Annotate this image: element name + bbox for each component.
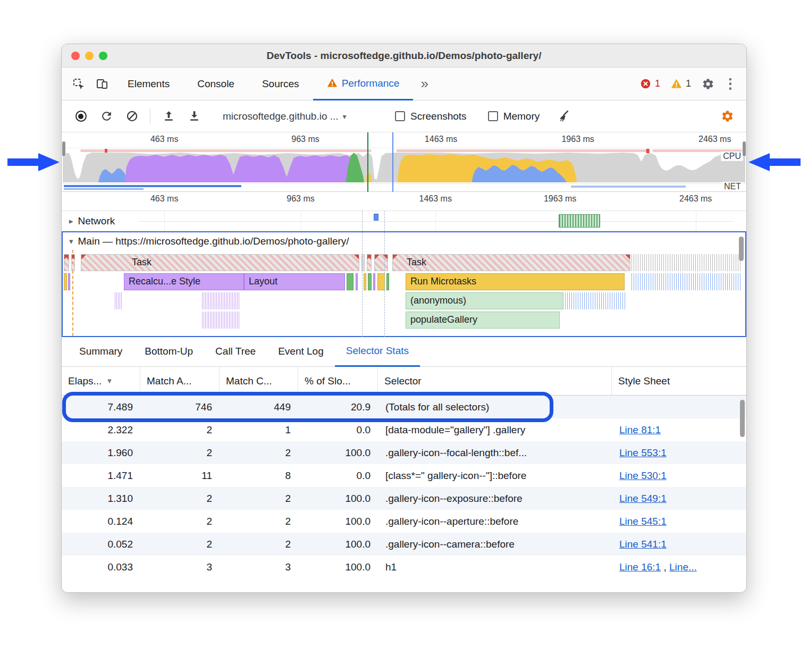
load-profile-button[interactable] <box>157 105 180 128</box>
table-row[interactable]: 0.03333100.0h1Line 16:1 , Line... <box>62 556 746 578</box>
script-fragment[interactable] <box>364 273 366 290</box>
script-fragment[interactable] <box>377 273 385 290</box>
script-fragment[interactable] <box>64 273 67 290</box>
error-badge[interactable]: 1 <box>635 78 666 89</box>
screenshots-checkbox[interactable]: Screenshots <box>395 111 467 122</box>
kebab-menu-button[interactable]: ⋮ <box>720 72 741 96</box>
table-row[interactable]: 0.05222100.0.gallery-icon--camera::befor… <box>62 533 746 556</box>
match-count-cell: 2 <box>220 510 298 533</box>
main-track-label: Main — https://microsoftedge.github.io/D… <box>78 236 349 247</box>
column-header-match-attempts[interactable]: Match A... <box>140 367 220 395</box>
stylesheet-link[interactable]: Line 530:1 <box>619 470 667 481</box>
tab-selector-stats[interactable]: Selector Stats <box>335 337 420 367</box>
stylesheet-link[interactable]: Line 81:1 <box>619 424 661 435</box>
timeline-overview[interactable]: 463 ms 963 ms 1463 ms 1963 ms 2463 ms <box>62 132 746 192</box>
table-scrollbar-thumb[interactable] <box>740 400 745 437</box>
table-row[interactable]: 7.48974644920.9(Totals for all selectors… <box>62 396 746 418</box>
stylesheet-link[interactable]: Line 541:1 <box>619 539 667 550</box>
tab-event-log[interactable]: Event Log <box>267 337 335 367</box>
paint-fragment[interactable] <box>386 273 389 290</box>
recalculate-style-bar[interactable]: Recalcu...e Style <box>124 273 244 290</box>
column-header-selector[interactable]: Selector <box>378 367 612 395</box>
render-fragment[interactable] <box>356 273 358 290</box>
task-fragment[interactable] <box>374 254 388 271</box>
layout-bar[interactable]: Layout <box>244 273 345 290</box>
column-header-slow-path[interactable]: % of Slo... <box>298 367 378 395</box>
bottom-panel: Summary Bottom-Up Call Tree Event Log Se… <box>62 337 746 578</box>
memory-checkbox[interactable]: Memory <box>488 111 540 122</box>
paint-fragment[interactable] <box>347 273 354 290</box>
warning-badge[interactable]: 1 <box>666 78 696 89</box>
more-tabs-button[interactable]: » <box>413 75 435 92</box>
stylesheet-link[interactable]: Line 16:1 <box>619 561 661 573</box>
table-row[interactable]: 2.322210.0[data-module="gallery"] .galle… <box>62 418 746 441</box>
reload-and-record-button[interactable] <box>95 105 118 128</box>
network-request-marker[interactable] <box>374 214 378 221</box>
paint-fragment[interactable] <box>368 273 372 290</box>
column-header-match-count[interactable]: Match C... <box>220 367 298 395</box>
tab-summary[interactable]: Summary <box>68 337 133 367</box>
timeline-scrollbar-thumb[interactable] <box>739 237 744 261</box>
overview-left-handle[interactable] <box>62 141 66 157</box>
close-window-button[interactable] <box>71 52 80 60</box>
tab-performance[interactable]: Performance <box>313 68 414 100</box>
run-microtasks-bar[interactable]: Run Microtasks <box>406 273 625 290</box>
clear-button[interactable] <box>120 105 144 128</box>
fullscreen-window-button[interactable] <box>99 52 107 60</box>
style-stripes[interactable] <box>115 292 122 309</box>
long-task-bar[interactable]: Task <box>392 254 630 271</box>
anonymous-function-bar[interactable]: (anonymous) <box>406 292 563 309</box>
tab-elements[interactable]: Elements <box>114 68 183 100</box>
settings-button[interactable] <box>696 72 720 96</box>
task-fragment[interactable] <box>64 254 69 271</box>
table-row[interactable]: 1.96022100.0.gallery-icon--focal-length:… <box>62 441 746 464</box>
marker-dashed-line <box>384 211 385 337</box>
cpu-overview-chart[interactable]: CPU <box>62 148 746 183</box>
overview-right-handle[interactable] <box>742 141 746 157</box>
network-request-bar[interactable] <box>559 214 600 228</box>
stylesheet-link[interactable]: Line 545:1 <box>619 516 667 527</box>
save-profile-button[interactable] <box>182 105 206 128</box>
stylesheet-link[interactable]: Line 549:1 <box>619 493 667 504</box>
stylesheet-link[interactable]: Line 553:1 <box>619 447 667 458</box>
capture-settings-button[interactable] <box>716 105 739 128</box>
render-fragment[interactable] <box>68 273 70 290</box>
profile-select[interactable]: microsoftedge.github.io ... ▾ <box>208 111 383 122</box>
main-thread-track[interactable]: ▾ Main — https://microsoftedge.github.io… <box>62 231 746 337</box>
populate-gallery-bar[interactable]: populateGallery <box>406 312 560 329</box>
tab-call-tree[interactable]: Call Tree <box>204 337 267 367</box>
slow-path-pct-cell: 100.0 <box>298 441 378 464</box>
dense-task-stripes[interactable] <box>632 254 740 271</box>
flame-chart[interactable]: Task Task Recalcu...e Style Layout Run M… <box>63 250 745 336</box>
task-fragment[interactable] <box>367 254 372 271</box>
inspect-element-button[interactable] <box>67 72 90 96</box>
tab-console[interactable]: Console <box>183 68 248 100</box>
device-toolbar-button[interactable] <box>90 72 114 96</box>
dense-script-stripes[interactable] <box>565 292 626 309</box>
table-row[interactable]: 1.4711180.0[class*=" gallery-icon--"]::b… <box>62 464 746 487</box>
render-fragment[interactable] <box>373 273 375 290</box>
playhead-marker[interactable] <box>367 132 368 192</box>
style-stripes[interactable] <box>202 312 239 329</box>
record-button[interactable] <box>69 105 92 128</box>
style-stripes[interactable] <box>202 292 239 309</box>
selection-edge-marker[interactable] <box>392 132 393 192</box>
table-row[interactable]: 1.31022100.0.gallery-icon--exposure::bef… <box>62 487 746 510</box>
collect-garbage-button[interactable] <box>551 105 575 128</box>
main-track-header[interactable]: ▾ Main — https://microsoftedge.github.io… <box>63 232 745 250</box>
column-header-elapsed[interactable]: Elaps... ▼ <box>62 367 140 395</box>
column-header-style-sheet[interactable]: Style Sheet <box>612 367 737 395</box>
minimize-window-button[interactable] <box>85 52 94 60</box>
table-row[interactable]: 0.12422100.0.gallery-icon--aperture::bef… <box>62 510 746 533</box>
dense-script-stripes[interactable] <box>632 273 740 290</box>
task-fragment[interactable] <box>71 254 75 271</box>
long-task-bar[interactable]: Task <box>81 254 359 271</box>
disclosure-collapsed-icon[interactable]: ▸ <box>69 216 73 226</box>
network-track[interactable]: ▸ Network <box>62 211 746 231</box>
tab-sources[interactable]: Sources <box>248 68 313 100</box>
tab-bottom-up[interactable]: Bottom-Up <box>133 337 204 367</box>
disclosure-expanded-icon[interactable]: ▾ <box>69 237 73 246</box>
slow-path-pct-cell: 0.0 <box>298 418 378 441</box>
match-attempts-cell: 11 <box>140 464 220 487</box>
stylesheet-link[interactable]: Line... <box>669 561 697 573</box>
